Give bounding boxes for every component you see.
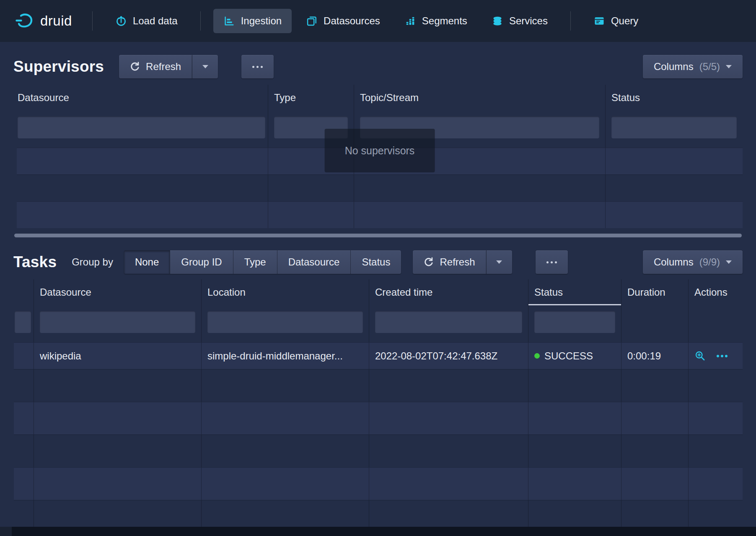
nav-datasources[interactable]: Datasources <box>296 9 390 33</box>
tasks-location-filter-input[interactable] <box>207 311 363 333</box>
tasks-empty-row <box>14 402 743 435</box>
task-cell-blank <box>14 343 34 369</box>
filter-cell <box>621 305 689 342</box>
nav-item-label: Ingestion <box>241 15 282 27</box>
group-by-button-group: None Group ID Type Datasource Status <box>124 250 401 274</box>
tasks-empty-row <box>14 369 743 402</box>
task-cell-datasource[interactable]: wikipedia <box>34 343 202 369</box>
tasks-table: Datasource Location Created time Status … <box>14 279 743 533</box>
column-header-duration[interactable]: Duration <box>621 279 689 305</box>
supervisors-columns-button[interactable]: Columns (5/5) <box>643 55 743 78</box>
task-cell-status[interactable]: SUCCESS <box>528 343 621 369</box>
empty-message-text: No supervisors <box>345 145 415 157</box>
segments-icon <box>404 15 416 27</box>
column-header-location[interactable]: Location <box>202 279 369 305</box>
tasks-table-header: Datasource Location Created time Status … <box>14 279 743 305</box>
nav-item-label: Segments <box>422 15 467 27</box>
datasources-icon <box>306 15 318 27</box>
group-by-status-button[interactable]: Status <box>350 250 401 274</box>
task-row-wikipedia[interactable]: wikipedia simple-druid-middlemanager... … <box>14 342 743 369</box>
filter-cell <box>528 305 621 342</box>
supervisors-datasource-filter-input[interactable] <box>18 117 265 138</box>
tasks-id-filter-input[interactable] <box>15 311 31 333</box>
nav-query[interactable]: Query <box>583 9 648 33</box>
group-by-label: Group by <box>72 256 113 268</box>
supervisors-refresh-button[interactable]: Refresh <box>119 55 192 78</box>
tasks-status-filter-input[interactable] <box>534 311 615 333</box>
filter-cell <box>14 305 34 342</box>
task-cell-duration[interactable]: 0:00:19 <box>621 343 689 369</box>
columns-count: (5/5) <box>699 61 720 73</box>
query-icon <box>593 15 605 27</box>
column-header-actions[interactable]: Actions <box>689 279 743 305</box>
chevron-down-icon <box>496 260 502 264</box>
filter-cell <box>202 305 369 342</box>
chevron-down-icon <box>202 65 208 68</box>
task-cell-location[interactable]: simple-druid-middlemanager... <box>202 343 369 369</box>
filter-cell <box>34 305 202 342</box>
filter-cell <box>17 111 268 148</box>
filter-cell <box>689 305 743 342</box>
task-actions-more-icon[interactable] <box>717 355 728 357</box>
scrollbar-corner <box>0 527 12 536</box>
horizontal-scrollbar[interactable] <box>14 234 742 237</box>
column-header-type[interactable]: Type <box>268 85 354 111</box>
column-header-datasource[interactable]: Datasource <box>34 279 202 305</box>
task-detail-magnifier-icon[interactable] <box>694 350 706 362</box>
status-text: SUCCESS <box>544 350 593 362</box>
group-by-none-button[interactable]: None <box>124 250 170 274</box>
supervisors-title: Supervisors <box>13 58 104 75</box>
tasks-datasource-filter-input[interactable] <box>40 311 195 333</box>
nav-item-label: Services <box>509 15 548 27</box>
druid-logo[interactable]: druid <box>15 13 72 29</box>
nav-ingestion[interactable]: Ingestion <box>213 9 292 33</box>
supervisors-table: Datasource Type Topic/Stream Status <box>17 85 743 228</box>
group-by-type-button[interactable]: Type <box>233 250 277 274</box>
supervisors-toolbar: Supervisors Refresh <box>13 54 743 80</box>
task-cell-created-time[interactable]: 2022-08-02T07:42:47.638Z <box>369 343 528 369</box>
tasks-title: Tasks <box>13 253 57 271</box>
tasks-refresh-dropdown-button[interactable] <box>486 250 512 274</box>
group-by-group-id-button[interactable]: Group ID <box>170 250 233 274</box>
nav-load-data[interactable]: Load data <box>105 9 188 33</box>
filter-cell <box>369 305 528 342</box>
tasks-refresh-split: Refresh <box>413 250 512 274</box>
supervisors-empty-row <box>17 174 743 201</box>
task-cell-actions <box>689 343 743 369</box>
navbar: druid Load data Ingestio <box>0 0 756 42</box>
logo-text: druid <box>40 13 72 29</box>
column-header-status[interactable]: Status <box>606 85 743 111</box>
ingestion-icon <box>223 15 235 27</box>
column-header-status[interactable]: Status <box>528 279 621 305</box>
supervisors-status-filter-input[interactable] <box>611 117 737 138</box>
tasks-created-time-filter-input[interactable] <box>375 311 522 333</box>
tasks-filter-row <box>14 305 743 342</box>
supervisors-refresh-dropdown-button[interactable] <box>192 55 218 78</box>
filter-cell <box>606 111 743 148</box>
tasks-columns-button[interactable]: Columns (9/9) <box>643 250 743 274</box>
no-supervisors-message: No supervisors <box>325 129 435 172</box>
tasks-section: Tasks Group by None Group ID Type Dataso… <box>0 249 756 533</box>
bottom-horizontal-scrollbar[interactable] <box>0 527 756 536</box>
column-header-datasource[interactable]: Datasource <box>17 85 268 111</box>
tasks-more-button[interactable] <box>536 250 568 274</box>
column-header-topic-stream[interactable]: Topic/Stream <box>354 85 606 111</box>
nav-segments[interactable]: Segments <box>394 9 477 33</box>
upload-icon <box>115 15 127 27</box>
chevron-down-icon <box>726 260 732 264</box>
tasks-refresh-button[interactable]: Refresh <box>413 250 486 274</box>
supervisors-section: Supervisors Refresh <box>0 54 756 237</box>
chevron-down-icon <box>726 65 732 68</box>
navbar-divider <box>200 11 201 31</box>
nav-services[interactable]: Services <box>482 9 558 33</box>
column-header-created-time[interactable]: Created time <box>369 279 528 305</box>
tasks-empty-row <box>14 467 743 500</box>
column-header-blank <box>14 279 34 305</box>
columns-label: Columns <box>654 61 694 73</box>
refresh-icon <box>130 62 140 72</box>
supervisors-more-button[interactable] <box>241 55 274 78</box>
services-icon <box>492 15 503 27</box>
druid-console: druid Load data Ingestio <box>0 0 756 536</box>
navbar-divider <box>570 11 571 31</box>
group-by-datasource-button[interactable]: Datasource <box>277 250 351 274</box>
